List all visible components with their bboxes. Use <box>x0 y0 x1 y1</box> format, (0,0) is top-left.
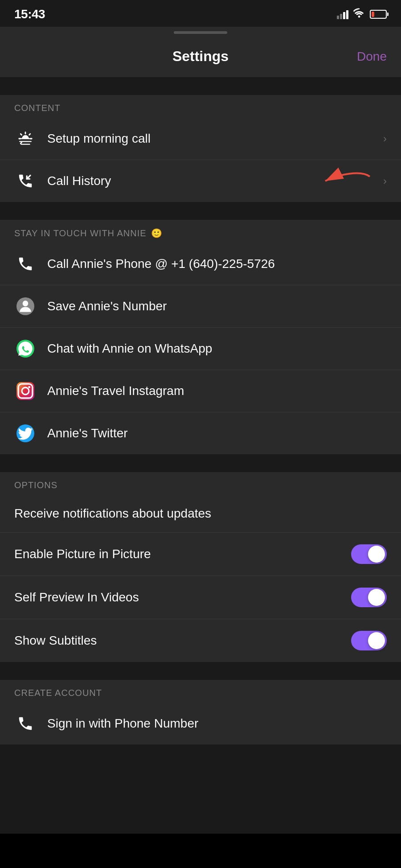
chevron-icon-2: › <box>383 175 387 187</box>
svg-point-8 <box>22 387 29 395</box>
instagram-item[interactable]: Annie's Travel Instagram <box>0 370 401 412</box>
stay-in-touch-emoji: 🙂 <box>151 228 163 239</box>
signal-icon <box>337 9 348 19</box>
call-history-icon <box>14 170 37 192</box>
content-section-label: CONTENT <box>0 95 401 118</box>
pip-label: Enable Picture in Picture <box>14 547 351 561</box>
create-account-section-label: CREATE ACCOUNT <box>0 680 401 703</box>
call-history-arrow <box>321 168 374 194</box>
svg-point-0 <box>358 16 360 18</box>
stay-in-touch-menu-list: Call Annie's Phone @ +1 (640)-225-5726 S… <box>0 243 401 454</box>
section-gap-4 <box>0 662 401 680</box>
setup-morning-call-item[interactable]: Setup morning call › <box>0 118 401 160</box>
self-preview-toggle[interactable] <box>351 588 387 607</box>
settings-header: Settings Done <box>0 38 401 77</box>
whatsapp-icon <box>14 337 37 360</box>
stay-in-touch-section-label: STAY IN TOUCH WITH ANNIE 🙂 <box>0 220 401 243</box>
whatsapp-label: Chat with Annie on WhatsApp <box>47 341 387 356</box>
content-menu-list: Setup morning call › Call History › <box>0 118 401 202</box>
handle-bar <box>174 31 227 34</box>
section-gap-1 <box>0 77 401 95</box>
sign-in-phone-label: Sign in with Phone Number <box>47 716 387 731</box>
svg-rect-7 <box>18 384 33 398</box>
self-preview-toggle-knob <box>368 589 385 606</box>
wifi-icon <box>353 8 365 21</box>
call-annie-item[interactable]: Call Annie's Phone @ +1 (640)-225-5726 <box>0 243 401 285</box>
pip-toggle[interactable] <box>351 544 387 564</box>
instagram-icon <box>14 380 37 402</box>
subtitles-label: Show Subtitles <box>14 634 351 648</box>
self-preview-item[interactable]: Self Preview In Videos <box>0 576 401 619</box>
setup-morning-call-label: Setup morning call <box>47 132 379 146</box>
svg-point-6 <box>23 300 29 306</box>
phone-call-icon <box>14 253 37 275</box>
save-annie-number-label: Save Annie's Number <box>47 299 387 313</box>
notifications-item[interactable]: Receive notifications about updates <box>0 495 401 533</box>
twitter-icon <box>14 422 37 444</box>
notifications-label: Receive notifications about updates <box>14 506 387 521</box>
sunrise-icon <box>14 128 37 150</box>
page-title: Settings <box>172 48 229 65</box>
contact-save-icon <box>14 295 37 317</box>
call-history-item[interactable]: Call History › <box>0 160 401 202</box>
create-account-list: Sign in with Phone Number <box>0 703 401 745</box>
pip-item[interactable]: Enable Picture in Picture <box>0 533 401 576</box>
sign-in-phone-icon <box>14 712 37 735</box>
instagram-label: Annie's Travel Instagram <box>47 384 387 398</box>
options-list: Receive notifications about updates Enab… <box>0 495 401 662</box>
bottom-filler <box>0 745 401 834</box>
options-section-label: OPTIONS <box>0 472 401 495</box>
status-bar: 15:43 <box>0 0 401 27</box>
handle-bar-container <box>0 27 401 38</box>
subtitles-toggle[interactable] <box>351 631 387 650</box>
twitter-item[interactable]: Annie's Twitter <box>0 412 401 454</box>
whatsapp-item[interactable]: Chat with Annie on WhatsApp <box>0 328 401 370</box>
subtitles-item[interactable]: Show Subtitles <box>0 619 401 662</box>
section-gap-2 <box>0 202 401 220</box>
battery-icon <box>370 10 387 19</box>
save-annie-number-item[interactable]: Save Annie's Number <box>0 285 401 328</box>
call-annie-label: Call Annie's Phone @ +1 (640)-225-5726 <box>47 257 387 271</box>
pip-toggle-knob <box>368 546 385 563</box>
status-icons <box>337 8 387 21</box>
self-preview-label: Self Preview In Videos <box>14 590 351 605</box>
chevron-icon: › <box>383 132 387 145</box>
section-gap-3 <box>0 454 401 472</box>
done-button[interactable]: Done <box>357 49 387 64</box>
status-time: 15:43 <box>14 7 45 21</box>
subtitles-toggle-knob <box>368 632 385 649</box>
svg-point-9 <box>28 386 30 388</box>
twitter-label: Annie's Twitter <box>47 426 387 440</box>
sign-in-phone-item[interactable]: Sign in with Phone Number <box>0 703 401 745</box>
